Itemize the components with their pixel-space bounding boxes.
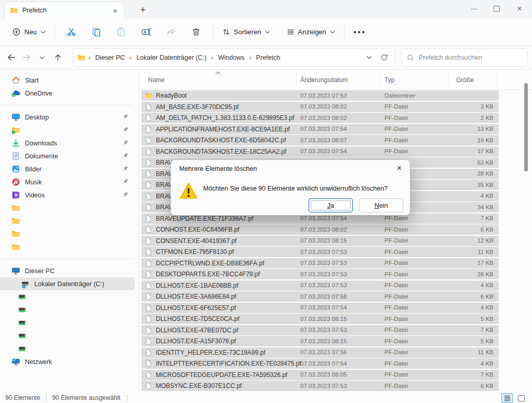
file-row-dllhost-exe-3a686e84-pf[interactable]: DLLHOST.EXE-3A686E84.pf07.03.2023 07:58P… xyxy=(141,291,499,302)
file-size: 12 KB xyxy=(477,237,494,244)
sidebar-item-folder[interactable] xyxy=(0,202,135,214)
file-icon xyxy=(145,126,152,133)
file-row-intelpttekrecertification-exe-7e028475-pf[interactable]: INTELPTTEKRECERTIFICATION.EXE-7E028475.p… xyxy=(141,358,499,369)
file-row-am-base-exe-3f70dc95-pf[interactable]: AM_BASE.EXE-3F70DC95.pf07.03.2023 08:02P… xyxy=(141,102,499,112)
sidebar-item-drive[interactable] xyxy=(0,290,135,303)
tab-close-icon[interactable]: × xyxy=(111,7,119,15)
minimize-button[interactable] xyxy=(462,0,485,18)
sidebar-item-start[interactable]: Start xyxy=(0,74,135,87)
sidebar-item-desktop[interactable]: Desktop xyxy=(0,111,135,124)
file-row-dllhost-exe-1bae06bb-pf[interactable]: DLLHOST.EXE-1BAE06BB.pf07.03.2023 07:53P… xyxy=(141,280,499,291)
dialog-close-icon[interactable]: × xyxy=(397,164,402,173)
file-row-backgroundtaskhost-exe-18c25aa2-pf[interactable]: BACKGROUNDTASKHOST.EXE-18C25AA2.pf07.03.… xyxy=(141,146,499,157)
column-header-size[interactable]: Größe xyxy=(456,76,474,84)
breadcrumb-chevron-icon[interactable]: › xyxy=(129,53,132,61)
column-divider[interactable] xyxy=(448,74,448,85)
rename-button[interactable] xyxy=(137,23,156,42)
new-tab-button[interactable]: + xyxy=(136,3,150,17)
file-row-dllhost-exe-7d5ce0ca-pf[interactable]: DLLHOST.EXE-7D5CE0CA.pf07.03.2023 08:15P… xyxy=(141,314,499,324)
breadcrumb-dieser-pc[interactable]: Dieser PC xyxy=(92,52,128,63)
tab-prefetch[interactable]: Prefetch × xyxy=(4,2,125,19)
column-header-date[interactable]: Änderungsdatum xyxy=(300,76,348,84)
file-row-dllhost-exe-a15f3076-pf[interactable]: DLLHOST.EXE-A15F3076.pf07.03.2023 08:15P… xyxy=(141,336,499,346)
sidebar-item-dokumente[interactable]: Dokumente xyxy=(0,150,135,163)
column-divider[interactable] xyxy=(380,74,381,85)
sidebar-item-folder-sync[interactable] xyxy=(0,124,135,137)
share-button[interactable] xyxy=(162,23,181,42)
breadcrumb-windows[interactable]: Windows xyxy=(215,52,248,63)
sidebar-item-drive[interactable] xyxy=(0,303,135,316)
sidebar-item-downloads[interactable]: Downloads xyxy=(0,137,135,150)
file-name: CTFMON.EXE-795F8130.pf xyxy=(156,248,234,256)
sidebar-item-onedrive[interactable]: OneDrive xyxy=(0,87,135,100)
file-row-identity-helper-exe-73c19a99-pf[interactable]: IDENTITY_HELPER.EXE-73C19A99.pf07.03.202… xyxy=(141,347,499,358)
yes-button[interactable]: Ja xyxy=(309,198,353,212)
sidebar-item-lokaler-datentr-ger-c[interactable]: Lokaler Datenträger (C:) xyxy=(0,277,135,290)
file-row-ctfmon-exe-795f8130-pf[interactable]: CTFMON.EXE-795F8130.pf07.03.2023 07:53PF… xyxy=(141,247,499,257)
back-button[interactable] xyxy=(3,50,19,65)
window-close-button[interactable]: × xyxy=(508,0,531,18)
delete-button[interactable] xyxy=(187,23,206,42)
file-type: PF-Datei xyxy=(384,293,408,300)
new-button[interactable]: Neu xyxy=(7,24,50,40)
sidebar-item-videos[interactable]: Videos xyxy=(0,189,135,202)
up-button[interactable] xyxy=(50,50,65,65)
breadcrumb-lokaler-datentr-ger-c[interactable]: Lokaler Datenträger (C:) xyxy=(134,52,210,63)
copy-button[interactable] xyxy=(87,23,106,42)
vertical-scrollbar[interactable] xyxy=(524,72,528,391)
sidebar-item-drive[interactable] xyxy=(0,316,135,329)
large-icons-view-toggle[interactable] xyxy=(515,393,527,403)
file-row-readyboot[interactable]: ReadyBoot07.03.2023 07:53Dateiordner xyxy=(141,90,499,101)
sidebar-item-folder[interactable] xyxy=(0,214,135,227)
sidebar-item-dieser-pc[interactable]: Dieser PC xyxy=(0,264,135,277)
file-row-dccpipctrlwnd-exe-db8e36fa-pf[interactable]: DCCPIPCTRLWND.EXE-DB8E36FA.pf07.03.2023 … xyxy=(141,258,499,268)
file-name: DLLHOST.EXE-7D5CE0CA.pf xyxy=(156,315,240,323)
file-row-am-delta-patch-1-383-1133-0-e-629895e3-pf[interactable]: AM_DELTA_PATCH_1.383.1133.0.E-629895E3.p… xyxy=(141,113,499,123)
address-chevron-icon[interactable] xyxy=(366,56,372,59)
refresh-icon[interactable] xyxy=(380,53,388,61)
sidebar-item-folder[interactable] xyxy=(0,227,135,240)
file-row-backgroundtaskhost-exe-6d58042c-pf[interactable]: BACKGROUNDTASKHOST.EXE-6D58042C.pf07.03.… xyxy=(141,135,499,145)
breadcrumb-chevron-icon[interactable]: › xyxy=(249,53,252,61)
scrollbar-thumb[interactable] xyxy=(524,83,528,171)
file-row-conhost-exe-0c6456fb-pf[interactable]: CONHOST.EXE-0C6456FB.pf07.03.2023 08:02P… xyxy=(141,224,499,235)
address-bar[interactable]: ›Dieser PC›Lokaler Datenträger (C:)›Wind… xyxy=(73,48,395,66)
breadcrumb-prefetch[interactable]: Prefetch xyxy=(253,52,284,63)
breadcrumb-chevron-icon[interactable]: › xyxy=(88,53,91,61)
sidebar-item-folder[interactable] xyxy=(0,240,135,253)
column-header-type[interactable]: Typ xyxy=(384,76,394,84)
cut-button[interactable] xyxy=(62,23,81,42)
details-view-toggle[interactable] xyxy=(501,393,513,403)
sidebar-item-musik[interactable]: Musik xyxy=(0,176,135,189)
column-header-name[interactable]: Name xyxy=(148,76,165,84)
sidebar-item-drive[interactable] xyxy=(0,342,135,355)
file-row-mobsync-exe-b307e1cc-pf[interactable]: MOBSYNC.EXE-B307E1CC.pf07.03.2023 07:53P… xyxy=(141,381,499,391)
warning-icon xyxy=(179,182,198,199)
file-row-dllhost-exe-6f625e57-pf[interactable]: DLLHOST.EXE-6F625E57.pf07.03.2023 07:54P… xyxy=(141,303,499,313)
file-row-dllhost-exe-47be07dc-pf[interactable]: DLLHOST.EXE-47BE07DC.pf07.03.2023 07:53P… xyxy=(141,325,499,335)
file-row-applicationframehost-exe-8ce9a1ee-pf[interactable]: APPLICATIONFRAMEHOST.EXE-8CE9A1EE.pf07.0… xyxy=(141,124,499,135)
sidebar-item-drive[interactable] xyxy=(0,329,135,342)
folder-icon xyxy=(145,92,152,99)
file-size: 35 KB xyxy=(477,182,494,188)
sort-button[interactable]: Sortieren xyxy=(218,24,275,39)
file-row-consent-exe-40419367-pf[interactable]: CONSENT.EXE-40419367.pf07.03.2023 08:15P… xyxy=(141,236,499,246)
search-input[interactable]: Prefetch durchsuchen xyxy=(401,48,527,66)
no-button[interactable]: Nein xyxy=(359,198,403,212)
column-divider[interactable] xyxy=(497,74,497,85)
sidebar-item-bilder[interactable]: Bilder xyxy=(0,163,135,176)
file-row-desktopparts-exe-7bcc4f79-pf[interactable]: DESKTOPPARTS.EXE-7BCC4F79.pf07.03.2023 0… xyxy=(141,269,499,279)
more-options-button[interactable]: ••• xyxy=(349,28,371,36)
view-button[interactable]: Anzeigen xyxy=(282,24,340,39)
column-divider[interactable] xyxy=(296,74,297,85)
maximize-button[interactable] xyxy=(485,0,508,18)
file-row-microsoftedgeupdate-exe-7a595326-pf[interactable]: MICROSOFTEDGEUPDATE.EXE-7A595326.pf07.03… xyxy=(141,370,499,380)
sidebar-item-netzwerk[interactable]: Netzwerk xyxy=(0,355,135,368)
recent-locations-chevron-icon[interactable] xyxy=(34,50,50,65)
paste-button[interactable] xyxy=(112,23,131,42)
breadcrumb-chevron-icon[interactable]: › xyxy=(210,53,214,61)
forward-button[interactable] xyxy=(19,50,34,65)
sort-ascending-caret-icon[interactable] xyxy=(215,71,221,75)
sidebar-item-label: Videos xyxy=(25,192,45,199)
file-name: DESKTOPPARTS.EXE-7BCC4F79.pf xyxy=(156,271,260,278)
